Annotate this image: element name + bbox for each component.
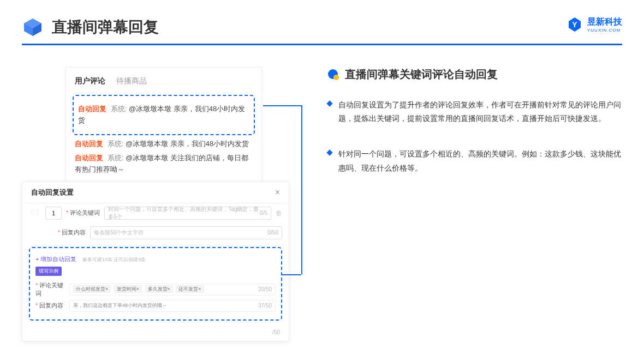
section-heading: 直播间弹幕关键词评论自动回复 xyxy=(327,67,622,82)
tag-item[interactable]: 多久发货× xyxy=(145,285,173,293)
svg-point-5 xyxy=(333,75,339,80)
char-counter: 37/50 xyxy=(258,303,272,309)
keyword-row: ⋮⋮ 评论关键词 对同一个问题，可设置多个相近、高频的关键词，Tag确定，最多5… xyxy=(22,203,289,223)
modal-title: 自动回复设置 xyxy=(31,188,74,197)
keyword-label: 评论关键词 xyxy=(66,209,100,217)
logo-url: YUUXIN.COM xyxy=(587,28,622,33)
add-hint: 最多可建10条 还可以创建9条 xyxy=(82,257,146,262)
content-label: 回复内容 xyxy=(58,228,86,237)
settings-modal: 自动回复设置 × ⋮⋮ 评论关键词 对同一个问题，可设置多个相近、高频的关键词，… xyxy=(22,182,289,341)
example-content-row: 回复内容 亲，我们这边都是下单48小时内发货的哦～ 37/50 xyxy=(35,300,276,312)
bullet-text: 针对同一个问题，可设置多个相近的、高频的关键词。例如：这款多少钱、这块能优惠吗、… xyxy=(338,147,622,174)
auto-reply-badge: 自动回复 xyxy=(75,140,103,148)
comment-row: 自动回复 系统: @冰墩墩本墩 亲亲，我们48小时内发货 xyxy=(78,104,249,126)
example-content-label: 回复内容 xyxy=(35,301,66,310)
tag-item[interactable]: 什么时候发货× xyxy=(73,285,111,293)
logo-name: 昱新科技 xyxy=(587,17,622,26)
tag-list: 什么时候发货× 发货时间× 多久发货× 还不发货× xyxy=(73,286,206,293)
char-counter: 0/5 xyxy=(260,210,267,216)
comment-row: 自动回复 系统: @冰墩墩本墩 关注我们的店铺，每日都有热门推荐呦～ xyxy=(75,153,253,176)
bottom-counter: /50 xyxy=(22,329,289,341)
keyword-input[interactable]: 对同一个问题，可设置多个相近、高频的关键词，Tag确定，最多5个 0/5 xyxy=(104,207,271,220)
trash-icon[interactable]: 🗑 xyxy=(276,209,282,217)
bullet-text: 自动回复设置为了提升作者的评论回复效率，作者可在开播前针对常见的评论用户问题，提… xyxy=(338,98,622,125)
example-section: + 增加自动回复 最多可建10条 还可以创建9条 填写示例 评论关键词 什么时候… xyxy=(29,247,282,321)
system-label: 系统: xyxy=(111,105,127,113)
diamond-icon xyxy=(326,100,332,106)
tab-user-comments[interactable]: 用户评论 xyxy=(75,76,105,86)
auto-reply-badge: 自动回复 xyxy=(78,105,106,113)
drag-handle-icon[interactable]: ⋮⋮ xyxy=(29,209,41,216)
system-label: 系统: xyxy=(108,140,124,148)
close-icon[interactable]: × xyxy=(275,188,280,197)
char-counter: 20/50 xyxy=(258,286,272,292)
order-input[interactable] xyxy=(45,207,62,220)
char-counter: 0/50 xyxy=(268,230,278,236)
content-row: 回复内容 每条限50个中文字符 0/50 xyxy=(22,223,289,243)
comments-card: 用户评论 待播商品 自动回复 系统: @冰墩墩本墩 亲亲，我们48小时内发货 自… xyxy=(65,67,262,188)
svg-text:Y: Y xyxy=(572,20,577,29)
comment-tabs: 用户评论 待播商品 xyxy=(75,76,253,86)
example-kw-label: 评论关键词 xyxy=(35,281,66,298)
brand-logo: Y 昱新科技 YUUXIN.COM xyxy=(567,16,622,33)
screenshot-panel: 用户评论 待播商品 自动回复 系统: @冰墩墩本墩 亲亲，我们48小时内发货 自… xyxy=(22,67,295,341)
example-content-text: 亲，我们这边都是下单48小时内发货的哦～ xyxy=(73,302,167,309)
placeholder-text: 每条限50个中文字符 xyxy=(94,229,144,237)
page-header: 直播间弹幕回复 xyxy=(0,0,644,44)
modal-header: 自动回复设置 × xyxy=(22,182,289,203)
bullet-item: 自动回复设置为了提升作者的评论回复效率，作者可在开播前针对常见的评论用户问题，提… xyxy=(327,98,622,125)
section-title-text: 直播间弹幕关键词评论自动回复 xyxy=(345,67,498,82)
page-title: 直播间弹幕回复 xyxy=(52,17,159,38)
highlighted-comment: 自动回复 系统: @冰墩墩本墩 亲亲，我们48小时内发货 xyxy=(73,95,255,135)
tag-item[interactable]: 发货时间× xyxy=(114,285,142,293)
comment-row: 自动回复 系统: @冰墩墩本墩 亲亲，我们48小时内发货 xyxy=(75,138,253,150)
content-input[interactable]: 每条限50个中文字符 0/50 xyxy=(90,226,282,239)
header-cube-icon xyxy=(22,16,44,38)
tag-item[interactable]: 还不发货× xyxy=(176,285,204,293)
comment-text: @冰墩墩本墩 亲亲，我们48小时内发货 xyxy=(126,140,249,148)
example-keyword-row: 评论关键词 什么时候发货× 发货时间× 多久发货× 还不发货× 20/50 xyxy=(35,281,276,298)
auto-reply-badge: 自动回复 xyxy=(75,154,103,162)
example-badge: 填写示例 xyxy=(35,267,62,276)
explanation-panel: 直播间弹幕关键词评论自动回复 自动回复设置为了提升作者的评论回复效率，作者可在开… xyxy=(295,67,622,341)
example-kw-input[interactable]: 什么时候发货× 发货时间× 多久发货× 还不发货× 20/50 xyxy=(69,283,276,295)
system-label: 系统: xyxy=(108,154,124,162)
example-content-input[interactable]: 亲，我们这边都是下单48小时内发货的哦～ 37/50 xyxy=(69,300,276,312)
add-reply-link[interactable]: + 增加自动回复 xyxy=(35,256,76,262)
bubble-icon xyxy=(327,69,339,81)
logo-icon: Y xyxy=(567,16,583,33)
diamond-icon xyxy=(326,150,332,156)
placeholder-text: 对同一个问题，可设置多个相近、高频的关键词，Tag确定，最多5个 xyxy=(108,206,260,221)
tab-pending-products[interactable]: 待播商品 xyxy=(116,76,147,86)
bullet-item: 针对同一个问题，可设置多个相近的、高频的关键词。例如：这款多少钱、这块能优惠吗、… xyxy=(327,147,622,174)
